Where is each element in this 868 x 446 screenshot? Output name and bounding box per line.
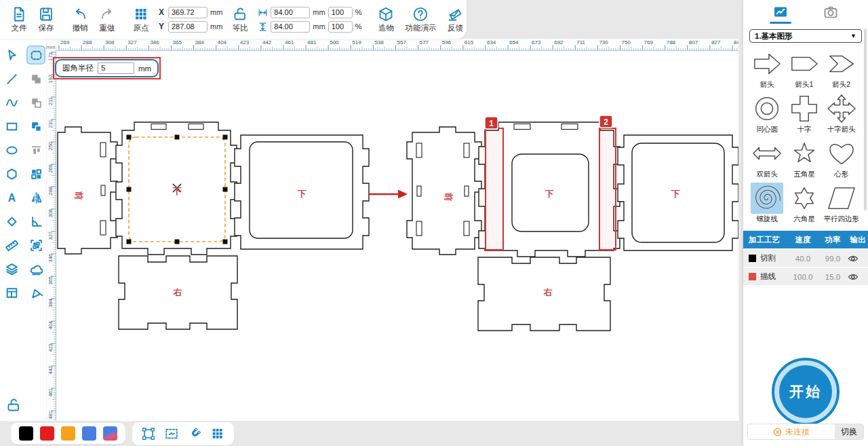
scan-tool-icon xyxy=(29,238,43,253)
shape-item-concentric-circles[interactable]: 同心圆 xyxy=(749,92,786,136)
height-percent-input[interactable]: 100 xyxy=(328,21,353,33)
proportional-lock-button[interactable]: 等比 xyxy=(232,6,248,33)
text-tool[interactable]: A xyxy=(2,188,21,207)
rect-tool[interactable] xyxy=(2,117,21,136)
undo-button[interactable]: 撤销 xyxy=(72,6,88,33)
left-box-group[interactable]: 前下右下 xyxy=(58,122,369,329)
shape-item-cross[interactable]: 十字 xyxy=(786,92,823,136)
pen-tool[interactable] xyxy=(26,283,45,302)
tab-camera[interactable] xyxy=(817,2,844,22)
svg-text:下: 下 xyxy=(545,189,554,199)
corner-radius-label: 圆角半径 xyxy=(62,63,94,73)
select-area-button[interactable] xyxy=(163,426,180,442)
start-button[interactable]: 开始 xyxy=(772,358,840,426)
ruler-tool-icon xyxy=(5,238,19,253)
shape-item-label: 五角星 xyxy=(793,170,815,179)
scrollbar[interactable] xyxy=(864,29,867,210)
width-percent-input[interactable]: 100 xyxy=(328,7,353,18)
height-input[interactable]: 84.00 xyxy=(271,21,310,33)
shape-item-arrow-pentagon[interactable]: 箭头1 xyxy=(786,47,823,91)
shape-gallery: 箭头箭头1箭头2同心圆十字十字箭头双箭头五角星心形螺旋线六角星平行四边形 xyxy=(743,44,868,228)
svg-text:615: 615 xyxy=(465,39,474,45)
line-tool[interactable] xyxy=(2,69,21,88)
swatch-0[interactable] xyxy=(19,426,33,441)
shape-item-spiral[interactable]: 螺旋线 xyxy=(749,181,786,225)
width-input[interactable]: 84.00 xyxy=(271,7,310,18)
process-power: 99.0 xyxy=(818,255,848,263)
process-row-描线[interactable]: 描线100.015.0 xyxy=(743,268,868,285)
switch-device-button[interactable]: 切换 xyxy=(835,424,863,439)
drawing-scene[interactable]: 前下右下前下下右12 xyxy=(56,50,738,421)
swatch-3[interactable] xyxy=(82,426,96,441)
arrow-right-icon xyxy=(751,48,783,79)
corner-radius-input[interactable]: 5 xyxy=(98,62,134,74)
camera-icon xyxy=(823,4,839,20)
shape-item-star6[interactable]: 六角星 xyxy=(786,181,823,225)
canvas-area[interactable]: mm 2692883083273463653844044234424614815… xyxy=(46,39,738,421)
right-box-group[interactable]: 前下下右12 xyxy=(407,115,738,331)
swatch-1[interactable] xyxy=(40,426,54,441)
demo-button[interactable]: 功能演示 xyxy=(405,6,436,33)
shape-item-arrow-chevron[interactable]: 箭头2 xyxy=(823,47,860,91)
shape-category-dropdown[interactable]: 1.基本图形 ▼ xyxy=(749,29,862,43)
align-tool[interactable] xyxy=(26,141,45,160)
svg-text:269: 269 xyxy=(60,39,70,45)
angle-tool-icon xyxy=(29,215,43,229)
file-button[interactable]: 文件 xyxy=(11,6,27,33)
create-button[interactable]: 造物 xyxy=(378,6,394,33)
cloud-tool[interactable] xyxy=(26,259,45,278)
process-row-切割[interactable]: 切割40.099.0 xyxy=(743,250,868,267)
curve-tool[interactable] xyxy=(2,93,21,112)
eraser-tool[interactable] xyxy=(2,212,21,231)
svg-text:423: 423 xyxy=(47,343,54,352)
shape-item-star5[interactable]: 五角星 xyxy=(786,136,823,181)
blocks-tool[interactable] xyxy=(26,164,45,183)
x-label: X xyxy=(159,7,165,17)
start-button-label: 开始 xyxy=(779,365,832,418)
scan-tool[interactable] xyxy=(26,236,45,255)
svg-text:右: 右 xyxy=(543,287,553,297)
polygon-tool[interactable] xyxy=(2,164,21,183)
shape-item-label: 箭头1 xyxy=(795,80,814,90)
swatch-2[interactable] xyxy=(61,426,75,441)
shape-item-arrow-right[interactable]: 箭头 xyxy=(749,47,786,91)
table-tool[interactable] xyxy=(2,283,21,302)
y-input[interactable]: 287.08 xyxy=(168,21,208,33)
exclude-tool[interactable] xyxy=(26,117,45,136)
magnet-button[interactable] xyxy=(186,426,203,442)
subtract-tool[interactable] xyxy=(26,93,45,112)
frame-button[interactable] xyxy=(140,426,157,442)
redo-button[interactable]: 重做 xyxy=(99,6,115,33)
swatch-gradient[interactable] xyxy=(103,426,117,441)
selection-handle xyxy=(223,187,228,192)
svg-text:654: 654 xyxy=(509,39,519,45)
origin-button[interactable]: 原点 xyxy=(133,6,149,33)
feedback-button[interactable]: 反馈 xyxy=(447,6,463,33)
width-percent-sign: % xyxy=(355,8,362,16)
ellipse-tool[interactable] xyxy=(2,141,21,160)
concentric-circles-icon xyxy=(751,93,783,124)
eye-icon[interactable] xyxy=(848,253,868,264)
svg-text:384: 384 xyxy=(195,39,205,45)
select-tool[interactable] xyxy=(2,45,21,64)
eye-icon[interactable] xyxy=(848,272,868,282)
connection-status[interactable]: 未连接 xyxy=(748,426,835,438)
shape-item-cross-arrow[interactable]: 十字箭头 xyxy=(823,92,860,136)
shape-item-parallelogram[interactable]: 平行四边形 xyxy=(823,181,860,225)
canvas-lock-button[interactable] xyxy=(5,397,23,415)
line-tool-icon xyxy=(5,72,19,86)
ruler-tool[interactable] xyxy=(2,236,21,255)
union-tool[interactable] xyxy=(26,69,45,88)
rounded-rect-tool[interactable] xyxy=(26,45,45,64)
angle-tool[interactable] xyxy=(26,212,45,231)
save-button[interactable]: 保存 xyxy=(38,6,54,33)
svg-text:下: 下 xyxy=(173,186,182,196)
process-header-1: 速度 xyxy=(788,235,818,245)
tab-vector-shapes[interactable] xyxy=(767,2,794,22)
shape-item-heart[interactable]: 心形 xyxy=(823,136,860,181)
mirror-tool[interactable] xyxy=(26,188,45,207)
layers-tool[interactable] xyxy=(2,259,21,278)
grid-button[interactable] xyxy=(210,426,226,442)
x-input[interactable]: 369.72 xyxy=(168,7,208,18)
shape-item-double-arrow[interactable]: 双箭头 xyxy=(749,136,786,181)
